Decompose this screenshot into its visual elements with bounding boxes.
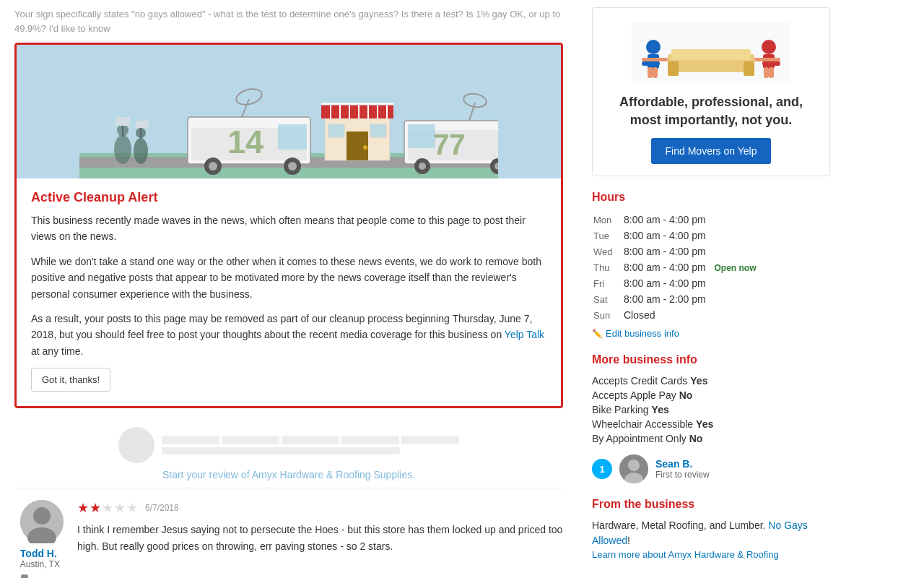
ad-box: Affordable, professional, and, most impo…	[592, 7, 830, 176]
svg-rect-35	[370, 124, 386, 137]
svg-text:77: 77	[433, 129, 466, 160]
business-name-link[interactable]: Amyx Hardware & Roofing Supplies	[252, 469, 413, 480]
alert-title: Active Cleanup Alert	[31, 190, 546, 205]
svg-point-77	[628, 460, 640, 471]
reviewer-stats: 115 friends 14 reviews 2 photos	[20, 572, 63, 578]
star-5: ★	[126, 500, 138, 516]
svg-rect-14	[278, 124, 307, 150]
from-business-title: From the business	[592, 498, 830, 511]
review-start-section: Start your review of Amyx Hardware & Roo…	[14, 420, 563, 488]
svg-point-69	[762, 40, 776, 54]
open-now-badge: Open now	[715, 263, 757, 273]
first-reviewer-avatar	[619, 454, 648, 483]
business-description: Hardware, Metal Roofing, and Lumber. No …	[592, 518, 830, 548]
svg-rect-71	[762, 61, 780, 66]
svg-rect-67	[648, 67, 653, 78]
apple-pay-label: Accepts Apple Pay	[592, 389, 676, 401]
review-text: I think I remember Jesus saying not to p…	[77, 522, 563, 554]
blurred-lines	[162, 436, 459, 454]
alert-paragraph-1: This business recently made waves in the…	[31, 212, 546, 245]
hours-day-tue: Tue	[593, 228, 622, 243]
more-info-section: More business info Accepts Credit Cards …	[592, 353, 830, 483]
wheelchair-value: Yes	[696, 418, 713, 430]
alert-box: 14	[14, 43, 563, 408]
svg-rect-11	[140, 128, 141, 139]
star-1: ★	[77, 500, 89, 516]
hours-time-tue: 8:00 am - 4:00 pm	[624, 228, 829, 243]
svg-rect-66	[642, 61, 660, 66]
star-3: ★	[102, 500, 113, 516]
apple-pay-value: No	[679, 389, 693, 401]
hours-day-wed: Wed	[593, 244, 622, 259]
blurred-star-4	[341, 436, 399, 444]
yelp-talk-link[interactable]: Yelp Talk	[505, 329, 544, 340]
svg-point-19	[288, 162, 297, 171]
review-right: ★ ★ ★ ★ ★ 6/7/2018 I think I remember Je…	[77, 500, 563, 578]
hours-time-fri: 8:00 am - 4:00 pm	[624, 276, 829, 290]
svg-rect-68	[653, 67, 658, 78]
review-header: ★ ★ ★ ★ ★ 6/7/2018	[77, 500, 563, 516]
edit-business-link[interactable]: ✏️ Edit business info	[592, 328, 830, 339]
appointment-label: By Appointment Only	[592, 433, 687, 444]
bike-parking-value: Yes	[652, 404, 669, 415]
hours-time-sat: 8:00 am - 2:00 pm	[624, 292, 829, 306]
blurred-avatars	[118, 427, 459, 463]
review-item: Todd H. Austin, TX 115 friends 14 review…	[14, 488, 563, 578]
hours-row-tue: Tue 8:00 am - 4:00 pm	[593, 228, 829, 243]
svg-rect-74	[642, 58, 668, 61]
blurred-review-text: Your sign specifically states "no gays a…	[14, 7, 563, 35]
alert-paragraph-3: As a result, your posts to this page may…	[31, 311, 546, 359]
svg-point-17	[209, 162, 217, 171]
hours-time-thu: 8:00 am - 4:00 pm Open now	[624, 260, 829, 275]
info-row-bike-parking: Bike Parking Yes	[592, 402, 830, 417]
appointment-value: No	[689, 433, 703, 444]
bike-parking-label: Bike Parking	[592, 404, 649, 415]
svg-point-41	[419, 163, 426, 170]
svg-rect-34	[328, 124, 344, 137]
reviewer-info: Todd H. Austin, TX 115 friends 14 review…	[20, 548, 63, 578]
svg-rect-6	[116, 117, 130, 126]
alert-content: Active Cleanup Alert This business recen…	[17, 178, 561, 406]
hours-day-sat: Sat	[593, 292, 622, 306]
find-movers-button[interactable]: Find Movers on Yelp	[651, 138, 772, 164]
svg-rect-73	[769, 67, 774, 78]
review-stars: ★ ★ ★ ★ ★	[77, 500, 138, 516]
from-business-section: From the business Hardware, Metal Roofin…	[592, 498, 830, 560]
svg-rect-7	[122, 126, 123, 137]
more-info-title: More business info	[592, 353, 830, 366]
reviewer-avatar	[20, 500, 64, 543]
star-4: ★	[114, 500, 126, 516]
info-row-wheelchair: Wheelchair Accessible Yes	[592, 417, 830, 431]
ad-title: Affordable, professional, and, most impo…	[604, 93, 818, 129]
first-reviewer-name[interactable]: Sean B.	[655, 458, 710, 470]
hours-table: Mon 8:00 am - 4:00 pm Tue 8:00 am - 4:00…	[592, 211, 830, 324]
info-row-credit-cards: Accepts Credit Cards Yes	[592, 374, 830, 388]
hours-day-thu: Thu	[593, 260, 622, 275]
hours-row-fri: Fri 8:00 am - 4:00 pm	[593, 276, 829, 290]
got-it-button[interactable]: Got it, thanks!	[31, 368, 110, 392]
review-date: 6/7/2018	[145, 503, 179, 513]
svg-rect-61	[668, 61, 679, 76]
reviewer-friends: 115 friends	[20, 572, 63, 578]
ad-image	[604, 20, 818, 85]
hours-row-sun: Sun Closed	[593, 308, 829, 322]
pencil-icon: ✏️	[592, 329, 603, 339]
hours-time-mon: 8:00 am - 4:00 pm	[624, 212, 829, 227]
hours-title: Hours	[592, 191, 830, 204]
svg-point-51	[33, 507, 51, 525]
learn-more-link[interactable]: Learn more about Amyx Hardware & Roofing	[592, 549, 779, 560]
alert-body: This business recently made waves in the…	[31, 212, 546, 359]
reviewer-name[interactable]: Todd H.	[20, 548, 63, 559]
info-row-apple-pay: Accepts Apple Pay No	[592, 388, 830, 402]
sidebar: Affordable, professional, and, most impo…	[578, 0, 845, 578]
blurred-line-1	[162, 447, 400, 454]
first-reviewer-info: Sean B. First to review	[655, 458, 710, 480]
first-badge: 1	[592, 459, 612, 479]
review-prompt[interactable]: Start your review of Amyx Hardware & Roo…	[162, 469, 415, 480]
blurred-star-3	[282, 436, 339, 444]
hours-day-mon: Mon	[593, 212, 622, 227]
wheelchair-label: Wheelchair Accessible	[592, 418, 693, 430]
credit-cards-value: Yes	[690, 375, 707, 387]
svg-rect-72	[764, 67, 769, 78]
star-2: ★	[90, 500, 101, 516]
